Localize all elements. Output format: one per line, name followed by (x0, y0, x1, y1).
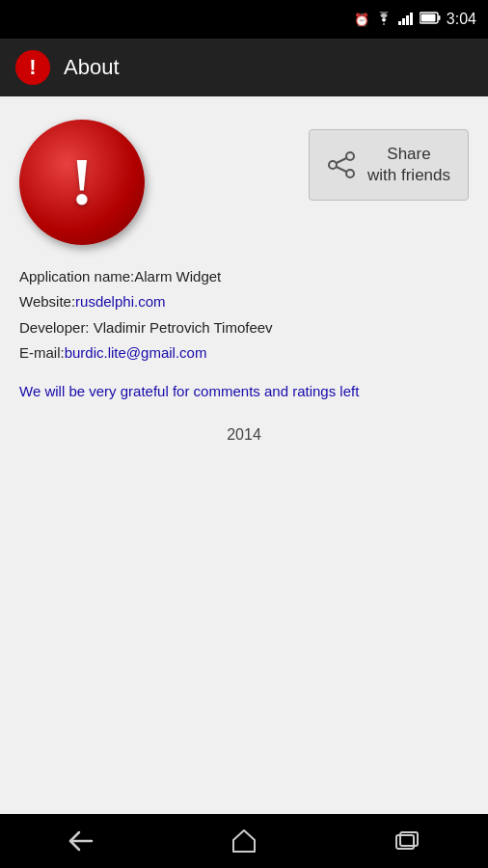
svg-rect-1 (402, 18, 405, 25)
svg-point-9 (346, 170, 354, 177)
app-bar-title: About (64, 55, 120, 80)
top-row: ! Share with friends (19, 120, 469, 245)
svg-marker-13 (233, 830, 255, 852)
developer-name: Vladimir Petrovich Timofeev (94, 319, 273, 336)
email-line: E-mail:burdic.lite@gmail.com (19, 340, 469, 366)
app-name-label: Application name: (19, 268, 134, 285)
app-info: Application name:Alarm Widget Website:ru… (19, 264, 469, 366)
app-bar: ! About (0, 39, 488, 96)
share-button[interactable]: Share with friends (309, 129, 469, 201)
app-bar-icon: ! (15, 50, 50, 85)
alarm-icon: ⏰ (354, 13, 369, 27)
battery-icon (420, 12, 441, 27)
status-bar: ⏰ 3:04 (0, 0, 488, 39)
signal-icon (398, 12, 414, 28)
svg-point-7 (346, 152, 354, 160)
app-icon-symbol: ! (70, 149, 93, 216)
main-content: ! Share with friends Application name:Al… (0, 96, 488, 814)
back-button[interactable] (52, 822, 110, 860)
app-name-line: Application name:Alarm Widget (19, 264, 469, 289)
share-button-text: Share with friends (367, 144, 450, 186)
website-link[interactable]: rusdelphi.com (75, 293, 165, 310)
recents-button[interactable] (378, 822, 436, 860)
website-label: Website: (19, 293, 75, 310)
wifi-icon (375, 12, 393, 28)
developer-line: Developer: Vladimir Petrovich Timofeev (19, 315, 469, 340)
svg-rect-2 (406, 15, 409, 25)
year-text: 2014 (19, 426, 469, 444)
share-line1: Share (387, 145, 430, 163)
exclamation-icon: ! (29, 55, 36, 80)
email-link[interactable]: burdic.lite@gmail.com (65, 344, 207, 361)
app-name-value: Alarm Widget (134, 268, 221, 285)
svg-line-11 (337, 167, 346, 172)
svg-rect-6 (420, 14, 435, 22)
developer-label: Developer: (19, 319, 94, 336)
svg-point-8 (329, 161, 337, 169)
status-icons: ⏰ 3:04 (354, 11, 476, 28)
svg-line-10 (337, 158, 346, 163)
home-button[interactable] (215, 822, 273, 860)
svg-rect-3 (410, 13, 413, 25)
website-line: Website:rusdelphi.com (19, 289, 469, 314)
app-icon: ! (19, 120, 145, 245)
svg-rect-0 (398, 21, 401, 25)
share-icon (327, 150, 356, 179)
email-label: E-mail: (19, 344, 65, 361)
nav-bar (0, 814, 488, 868)
svg-rect-5 (438, 15, 440, 20)
share-line2: with friends (367, 166, 450, 184)
gratitude-link[interactable]: We will be very grateful for comments an… (19, 381, 359, 403)
status-time: 3:04 (447, 11, 476, 28)
